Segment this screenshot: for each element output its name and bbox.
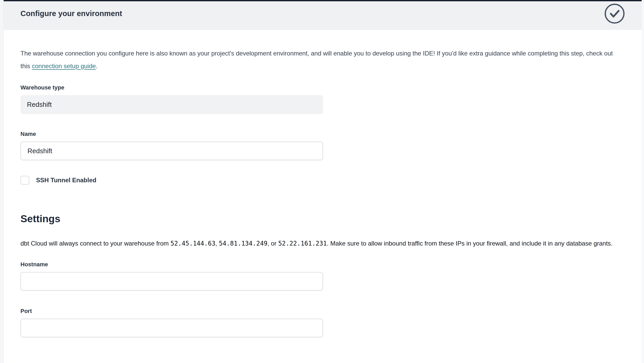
- name-field-group: Name: [20, 131, 323, 160]
- warehouse-type-field-group: Warehouse type: [20, 84, 323, 114]
- ip-address: 52.22.161.231: [278, 240, 327, 247]
- settings-description-text: dbt Cloud will always connect to your wa…: [20, 240, 170, 247]
- checkmark-icon: [610, 10, 620, 18]
- ip-address: 52.45.144.63: [170, 240, 215, 247]
- port-input[interactable]: [20, 319, 323, 337]
- settings-description-text: . Make sure to allow inbound traffic fro…: [327, 240, 613, 247]
- ip-address: 54.81.134.249: [219, 240, 268, 247]
- settings-heading: Settings: [20, 213, 621, 225]
- ssh-tunnel-row: SSH Tunnel Enabled: [20, 176, 621, 185]
- step-complete-check-icon: [605, 4, 625, 24]
- port-field-group: Port: [20, 308, 323, 337]
- hostname-field-group: Hostname: [20, 261, 323, 291]
- settings-description: dbt Cloud will always connect to your wa…: [20, 237, 621, 250]
- name-label: Name: [20, 131, 323, 137]
- page-gutter-right: [642, 0, 644, 363]
- ssh-tunnel-checkbox[interactable]: [20, 176, 29, 185]
- intro-text-before-link: The warehouse connection you configure h…: [20, 50, 613, 69]
- settings-description-text: , or: [268, 240, 278, 247]
- environment-form: The warehouse connection you configure h…: [4, 47, 642, 337]
- settings-description-text: ,: [215, 240, 219, 247]
- port-label: Port: [20, 308, 323, 315]
- ssh-tunnel-label: SSH Tunnel Enabled: [36, 177, 96, 184]
- warehouse-type-input: [20, 95, 323, 114]
- connection-setup-guide-link[interactable]: connection setup guide: [32, 62, 96, 69]
- intro-text-after-link: .: [96, 62, 98, 69]
- intro-text: The warehouse connection you configure h…: [20, 47, 621, 72]
- hostname-label: Hostname: [20, 261, 323, 268]
- page-title: Configure your environment: [20, 9, 122, 18]
- warehouse-type-label: Warehouse type: [20, 84, 323, 91]
- name-input[interactable]: [20, 142, 323, 160]
- environment-setup-card: Configure your environment The warehouse…: [4, 0, 642, 363]
- hostname-input[interactable]: [20, 272, 323, 291]
- step-header: Configure your environment: [4, 1, 642, 30]
